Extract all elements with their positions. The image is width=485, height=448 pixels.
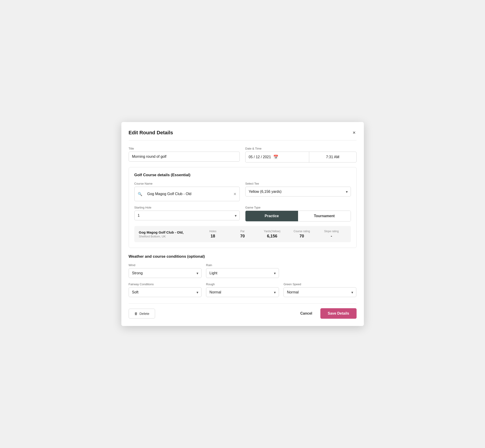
weather-section-title: Weather and course conditions (optional) [129, 254, 356, 259]
weather-section: Weather and course conditions (optional)… [129, 254, 356, 297]
golf-section-title: Golf Course details (Essential) [134, 173, 351, 177]
holes-value: 18 [198, 234, 228, 239]
title-label: Title [129, 147, 240, 150]
starting-hole-wrap: 1 [134, 211, 240, 220]
fairway-rough-green-row: Fairway Conditions Soft Normal Hard Roug… [129, 282, 356, 297]
rough-dropdown[interactable]: Short Normal Long [206, 287, 279, 297]
course-name-label: Course Name [134, 182, 240, 185]
starting-hole-group: Starting Hole 1 [134, 206, 240, 222]
slope-rating-label: Slope rating [316, 230, 346, 233]
title-group: Title [129, 147, 240, 162]
select-tee-label: Select Tee [245, 182, 351, 185]
par-value: 70 [228, 234, 257, 239]
course-info-name-text: Gog Magog Golf Club - Old, [139, 230, 198, 234]
title-input[interactable] [129, 152, 240, 162]
rough-label: Rough [206, 282, 279, 286]
yards-value: 6,156 [257, 234, 287, 239]
rain-select-wrap: None Light Moderate Heavy [206, 268, 279, 278]
cancel-button[interactable]: Cancel [296, 309, 317, 318]
course-stat-par: Par 70 [228, 230, 257, 239]
yards-label: Yards(Yellow) [257, 230, 287, 233]
select-tee-dropdown[interactable]: Yellow (6,156 yards) [245, 187, 351, 196]
hole-gametype-row: Starting Hole 1 Game Type Practice Tourn… [134, 206, 351, 222]
course-name-group: Course Name 🔍 ✕ [134, 182, 240, 201]
rain-dropdown[interactable]: None Light Moderate Heavy [206, 268, 279, 278]
starting-hole-label: Starting Hole [134, 206, 240, 209]
game-type-label: Game Type [245, 206, 351, 209]
wind-label: Wind [129, 263, 202, 267]
calendar-icon: 📅 [273, 155, 278, 160]
course-stat-slope-rating: Slope rating - [316, 230, 346, 239]
course-stat-yards: Yards(Yellow) 6,156 [257, 230, 287, 239]
holes-label: Holes [198, 230, 228, 233]
course-rating-value: 70 [287, 234, 316, 239]
game-type-toggle: Practice Tournament [245, 211, 351, 222]
green-speed-select-wrap: Slow Normal Fast [283, 287, 356, 297]
slope-rating-value: - [316, 234, 346, 239]
fairway-label: Fairway Conditions [129, 282, 202, 286]
rough-select-wrap: Short Normal Long [206, 287, 279, 297]
fairway-group: Fairway Conditions Soft Normal Hard [129, 282, 202, 297]
course-rating-label: Course rating [287, 230, 316, 233]
course-stat-holes: Holes 18 [198, 230, 228, 239]
select-tee-group: Select Tee Yellow (6,156 yards) [245, 182, 351, 201]
clear-icon[interactable]: ✕ [233, 192, 236, 196]
time-value: 7:31 AM [326, 155, 340, 159]
close-button[interactable]: × [352, 129, 356, 136]
select-tee-wrap: Yellow (6,156 yards) [245, 187, 351, 196]
search-icon: 🔍 [138, 192, 142, 196]
delete-button[interactable]: 🗑 Delete [129, 309, 155, 319]
course-tee-row: Course Name 🔍 ✕ Select Tee Yellow (6,156… [134, 182, 351, 201]
game-type-group: Game Type Practice Tournament [245, 206, 351, 222]
date-time-field: 05 / 12 / 2021 📅 7:31 AM [245, 152, 356, 162]
par-label: Par [228, 230, 257, 233]
modal-title: Edit Round Details [129, 130, 173, 136]
wind-group: Wind Calm Light Moderate Strong Very Str… [129, 263, 202, 278]
title-datetime-row: Title Date & Time 05 / 12 / 2021 📅 7:31 … [129, 147, 356, 162]
footer-row: 🗑 Delete Cancel Save Details [129, 304, 356, 319]
course-info-box: Gog Magog Golf Club - Old, Shelford Bott… [134, 226, 351, 242]
course-search-wrap[interactable]: 🔍 ✕ [134, 187, 240, 201]
rain-label: Rain [206, 263, 279, 267]
wind-dropdown[interactable]: Calm Light Moderate Strong Very Strong [129, 268, 202, 278]
rough-group: Rough Short Normal Long [206, 282, 279, 297]
delete-label: Delete [140, 312, 149, 315]
course-search-input[interactable] [144, 189, 232, 199]
green-speed-group: Green Speed Slow Normal Fast [283, 282, 356, 297]
practice-button[interactable]: Practice [245, 211, 298, 221]
modal-header: Edit Round Details × [129, 129, 356, 140]
trash-icon: 🗑 [134, 312, 138, 315]
golf-course-section: Golf Course details (Essential) Course N… [129, 167, 356, 248]
date-value: 05 / 12 / 2021 [249, 155, 271, 159]
course-stat-course-rating: Course rating 70 [287, 230, 316, 239]
course-info-location: Shelford Bottom, UK [139, 235, 198, 238]
wind-rain-row: Wind Calm Light Moderate Strong Very Str… [129, 263, 356, 278]
green-speed-label: Green Speed [283, 282, 356, 286]
wind-select-wrap: Calm Light Moderate Strong Very Strong [129, 268, 202, 278]
tournament-button[interactable]: Tournament [298, 211, 351, 221]
green-speed-dropdown[interactable]: Slow Normal Fast [283, 287, 356, 297]
footer-right: Cancel Save Details [296, 308, 356, 319]
fairway-select-wrap: Soft Normal Hard [129, 287, 202, 297]
datetime-label: Date & Time [245, 147, 356, 150]
save-button[interactable]: Save Details [320, 308, 356, 319]
date-field[interactable]: 05 / 12 / 2021 📅 [245, 152, 309, 162]
starting-hole-dropdown[interactable]: 1 [134, 211, 240, 220]
time-field[interactable]: 7:31 AM [309, 152, 356, 162]
course-info-name: Gog Magog Golf Club - Old, Shelford Bott… [139, 230, 198, 238]
fairway-dropdown[interactable]: Soft Normal Hard [129, 287, 202, 297]
datetime-group: Date & Time 05 / 12 / 2021 📅 7:31 AM [245, 147, 356, 162]
rain-group: Rain None Light Moderate Heavy [206, 263, 279, 278]
edit-round-modal: Edit Round Details × Title Date & Time 0… [121, 122, 364, 326]
